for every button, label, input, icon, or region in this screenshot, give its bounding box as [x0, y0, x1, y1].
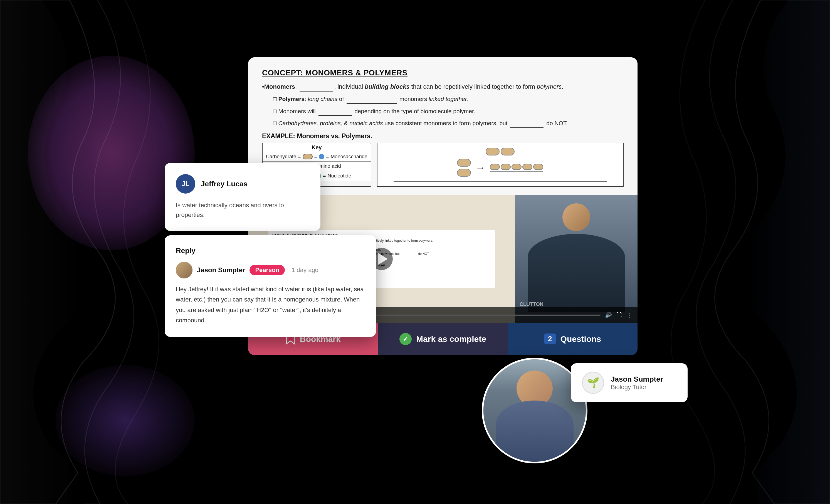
ctrl-icons: 🔊 ⛶ ⋮ [605, 312, 632, 318]
checkmark: ✓ [403, 335, 408, 343]
questions-count-badge: 2 [544, 334, 556, 344]
key-eq9: = [323, 173, 326, 179]
concept-title: CONCEPT: MONOMERS & POLYMERS [262, 68, 624, 77]
notes-line-2: □ Polymers: long chains of monomers link… [273, 94, 624, 104]
reply-label: Reply [176, 246, 365, 255]
instructor-body-video [528, 234, 625, 312]
more-icon[interactable]: ⋮ [627, 312, 632, 318]
svg-point-0 [289, 337, 292, 341]
key-title: Key [262, 143, 371, 152]
diagram-row1 [486, 148, 515, 156]
tutor-card: 🌱 Jason Sumpter Biology Tutor [571, 363, 688, 402]
reply-time: 1 day ago [291, 266, 318, 274]
reply-username: Jason Sumpter [197, 266, 245, 274]
diagram-row2: → [457, 159, 543, 177]
avatar-jason-sumpter [176, 262, 192, 278]
diagram-line [393, 181, 607, 182]
diagram-chain [490, 164, 543, 171]
chain-3 [512, 164, 521, 170]
chain-4 [522, 164, 532, 170]
d-oval-b [457, 169, 471, 177]
key-carb-text: Monosaccharide [331, 154, 368, 160]
key-row-carb: Carbohydrate = = = Monosaccharide [262, 152, 371, 161]
notes-line-1: •Monomers: , individual building blocks … [262, 82, 624, 92]
key-carb-circle [319, 154, 324, 159]
diagram-oval-2 [501, 148, 515, 156]
comment-text: Is water technically oceans and rivers l… [176, 200, 309, 220]
instructor-head-video [563, 203, 590, 231]
pearson-badge: Pearson [250, 265, 285, 275]
key-nucleic-text: Nucleotide [328, 173, 351, 179]
tutor-info: Jason Sumpter Biology Tutor [611, 375, 663, 391]
fullscreen-icon[interactable]: ⛶ [616, 312, 622, 318]
key-eq1: = [298, 154, 301, 160]
questions-button[interactable]: 2 Questions [508, 323, 638, 355]
chain-2 [501, 164, 511, 170]
video-frame-right: CLUTTON [515, 195, 638, 323]
chain-1 [490, 164, 500, 170]
main-container: CONCEPT: MONOMERS & POLYMERS •Monomers: … [109, 30, 721, 474]
tutor-avatar: 🌱 [582, 372, 604, 394]
concept-topic: MONOMERS & POLYMERS [305, 68, 408, 77]
notes-line-3: □ Monomers will depending on the type of… [273, 106, 624, 116]
volume-icon[interactable]: 🔊 [605, 312, 612, 318]
mark-complete-label: Mark as complete [416, 334, 486, 344]
reply-user-row: Jason Sumpter Pearson 1 day ago [176, 262, 365, 278]
play-triangle-icon [378, 253, 388, 265]
example-line: EXAMPLE: Monomers vs. Polymers. [262, 132, 624, 140]
diagram-single-ovals [457, 159, 471, 177]
chain-5 [533, 164, 543, 170]
reply-section: Reply Jason Sumpter Pearson 1 day ago He… [165, 235, 376, 337]
check-icon: ✓ [400, 333, 412, 345]
key-carb-label: Carbohydrate [266, 154, 296, 160]
notes-line-4: □ Carbohydrates, proteins, & nucleic aci… [273, 119, 624, 128]
concept-label: CONCEPT: [262, 68, 303, 77]
avatar-initials-jl: JL [182, 180, 189, 188]
diagram-ovals-top [486, 148, 515, 156]
tutor-title: Biology Tutor [611, 384, 663, 391]
reply-text: Hey Jeffrey! If it was stated what kind … [176, 284, 365, 326]
key-carb-shape [302, 154, 313, 159]
key-eq2: = [314, 154, 317, 160]
comment-card: JL Jeffrey Lucas Is water technically oc… [165, 163, 320, 231]
diagram-arrow: → [475, 162, 485, 174]
comment-username: Jeffrey Lucas [201, 180, 248, 188]
questions-label: Questions [561, 334, 601, 344]
diagram-oval-1 [486, 148, 500, 156]
instructor-circle-inner [483, 359, 586, 462]
d-oval-a [457, 159, 471, 167]
instructor-body [496, 401, 574, 462]
tutor-icon: 🌱 [587, 377, 599, 388]
avatar-jeffrey-lucas: JL [176, 174, 195, 194]
key-eq3: = [326, 154, 329, 160]
ui-stack: CONCEPT: MONOMERS & POLYMERS •Monomers: … [165, 57, 665, 447]
mark-complete-button[interactable]: ✓ Mark as complete [378, 323, 508, 355]
diagram-box: → [377, 143, 624, 187]
tutor-name: Jason Sumpter [611, 375, 663, 384]
watermark: CLUTTON [519, 302, 543, 307]
avatar-js-img [176, 262, 192, 278]
comment-user-row: JL Jeffrey Lucas [176, 174, 309, 194]
